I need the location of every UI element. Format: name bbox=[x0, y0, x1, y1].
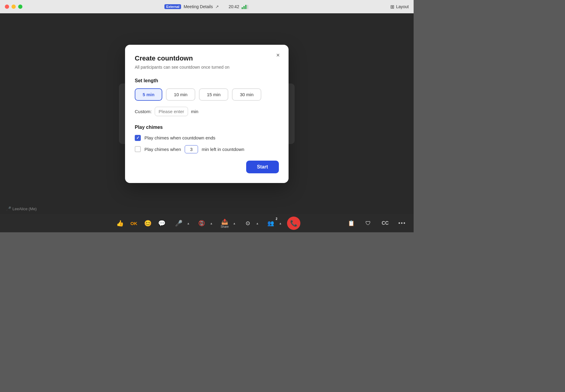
more-controls-group: ⊙ ▲ bbox=[241, 217, 260, 230]
end-call-icon: 📞 bbox=[290, 220, 298, 227]
chime-option1-label: Play chimes when countdown ends bbox=[144, 135, 215, 140]
more-icon: ⊙ bbox=[246, 220, 250, 227]
duration-buttons: 5 min 10 min 15 min 30 min bbox=[135, 88, 279, 101]
minimize-window-button[interactable] bbox=[12, 5, 16, 9]
titlebar-time: 20:42 bbox=[229, 4, 239, 9]
modal-overlay: × Create countdown All participants can … bbox=[0, 13, 414, 214]
custom-input[interactable] bbox=[155, 107, 188, 116]
emoji-icon: 😊 bbox=[144, 220, 152, 227]
play-chimes-section: Play chimes Play chimes when countdown e… bbox=[135, 125, 279, 153]
duration-5min[interactable]: 5 min bbox=[135, 88, 162, 101]
participants-group: 👥 2 ▲ bbox=[264, 217, 283, 230]
set-length-label: Set length bbox=[135, 78, 279, 83]
chime-option2-prefix: Play chimes when bbox=[144, 147, 181, 152]
video-button[interactable]: 📵 bbox=[195, 217, 208, 230]
chime-option1-checkbox[interactable] bbox=[135, 135, 141, 141]
mute-chevron[interactable]: ▲ bbox=[185, 217, 191, 230]
meeting-title: Meeting Details bbox=[183, 4, 213, 9]
custom-row: Custom: min bbox=[135, 107, 279, 116]
maximize-window-button[interactable] bbox=[18, 5, 22, 9]
chime-option2-suffix: min left in countdown bbox=[202, 147, 244, 152]
share-group: 📤 Share ▲ bbox=[218, 217, 237, 230]
duration-5min-label: 5 min bbox=[143, 92, 154, 97]
participants-count: 2 bbox=[276, 217, 277, 220]
mute-button[interactable]: 🎤 bbox=[172, 217, 185, 230]
countdown-modal: × Create countdown All participants can … bbox=[125, 45, 289, 183]
end-call-button[interactable]: 📞 bbox=[287, 217, 300, 230]
start-button[interactable]: Start bbox=[246, 161, 279, 173]
custom-min-label: min bbox=[191, 109, 198, 114]
video-chevron[interactable]: ▲ bbox=[208, 217, 214, 230]
more-chevron[interactable]: ▲ bbox=[254, 217, 260, 230]
captions-icon: CC bbox=[382, 220, 388, 226]
right-toolbar: 📋 🛡 CC ••• bbox=[345, 217, 409, 230]
thumbs-up-button[interactable]: 👍 bbox=[113, 217, 127, 230]
close-icon: × bbox=[276, 52, 280, 59]
start-label: Start bbox=[257, 164, 268, 169]
participants-button[interactable]: 👥 2 bbox=[264, 217, 277, 230]
ok-button[interactable]: OK bbox=[127, 217, 140, 230]
chat-icon: 💬 bbox=[158, 220, 166, 227]
layout-label[interactable]: Layout bbox=[396, 4, 409, 9]
play-chimes-title: Play chimes bbox=[135, 125, 279, 130]
video-muted-icon: 📵 bbox=[198, 220, 205, 227]
signal-bars bbox=[242, 4, 248, 9]
titlebar-right: ⊞ Layout bbox=[390, 4, 409, 10]
participants-chevron[interactable]: ▲ bbox=[277, 217, 283, 230]
custom-label: Custom: bbox=[135, 109, 152, 114]
overflow-button[interactable]: ••• bbox=[395, 217, 409, 230]
modal-footer: Start bbox=[135, 161, 279, 173]
duration-10min[interactable]: 10 min bbox=[166, 88, 195, 101]
duration-30min-label: 30 min bbox=[240, 92, 253, 97]
emoji-button[interactable]: 😊 bbox=[141, 217, 154, 230]
overflow-icon: ••• bbox=[398, 220, 406, 227]
mute-group: 🎤 ▲ bbox=[172, 217, 191, 230]
share-icon: ↗ bbox=[215, 4, 219, 9]
chime-option2-row: Play chimes when min left in countdown bbox=[135, 145, 279, 153]
chat-button[interactable]: 💬 bbox=[155, 217, 168, 230]
notes-button[interactable]: 📋 bbox=[345, 217, 358, 230]
titlebar-center: External Meeting Details ↗ 20:42 bbox=[164, 4, 248, 9]
titlebar: External Meeting Details ↗ 20:42 ⊞ Layou… bbox=[0, 0, 414, 13]
modal-title: Create countdown bbox=[135, 54, 279, 62]
layout-icon: ⊞ bbox=[390, 4, 394, 10]
duration-15min-label: 15 min bbox=[207, 92, 220, 97]
duration-30min[interactable]: 30 min bbox=[232, 88, 261, 101]
video-group: 📵 ▲ bbox=[195, 217, 214, 230]
microphone-muted-icon: 🎤 bbox=[175, 220, 183, 227]
duration-15min[interactable]: 15 min bbox=[199, 88, 228, 101]
notes-icon: 📋 bbox=[348, 220, 355, 227]
chime-minutes-input[interactable] bbox=[185, 145, 198, 153]
chime-option1-row: Play chimes when countdown ends bbox=[135, 135, 279, 141]
share-chevron[interactable]: ▲ bbox=[231, 217, 237, 230]
duration-10min-label: 10 min bbox=[174, 92, 187, 97]
ok-icon: OK bbox=[131, 221, 137, 226]
more-button[interactable]: ⊙ bbox=[241, 217, 254, 230]
close-window-button[interactable] bbox=[5, 5, 9, 9]
share-label: Share bbox=[221, 225, 229, 228]
share-icon: 📤 bbox=[221, 218, 228, 225]
captions-button[interactable]: CC bbox=[378, 217, 392, 230]
modal-subtitle: All participants can see countdown once … bbox=[135, 65, 279, 70]
window-controls bbox=[5, 5, 22, 9]
external-badge: External bbox=[164, 4, 181, 9]
participants-icon: 👥 bbox=[267, 220, 274, 227]
chime-option2-checkbox[interactable] bbox=[135, 146, 141, 152]
security-button[interactable]: 🛡 bbox=[362, 217, 375, 230]
reaction-group: 👍 OK 😊 💬 bbox=[113, 217, 168, 230]
thumbsup-icon: 👍 bbox=[116, 220, 124, 227]
share-button[interactable]: 📤 Share bbox=[218, 217, 231, 230]
toolbar: 👍 OK 😊 💬 🎤 ▲ 📵 ▲ 📤 Share ▲ bbox=[0, 214, 414, 232]
security-icon: 🛡 bbox=[365, 220, 371, 227]
modal-close-button[interactable]: × bbox=[273, 51, 282, 60]
